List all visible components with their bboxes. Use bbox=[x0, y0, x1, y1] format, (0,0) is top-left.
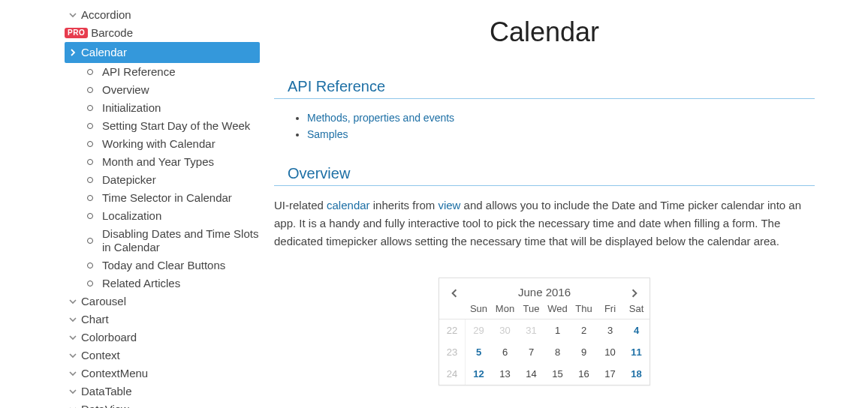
bullet-icon bbox=[87, 69, 93, 75]
section-heading-overview: Overview bbox=[288, 165, 815, 182]
bullet-icon bbox=[87, 159, 93, 165]
overview-text: inherits from bbox=[370, 199, 439, 212]
sidebar-subitem-label: Time Selector in Calendar bbox=[102, 191, 232, 205]
calendar-weekday-header: Fri bbox=[597, 303, 623, 314]
sidebar-subitem[interactable]: Datepicker bbox=[0, 171, 269, 189]
sidebar-subitem[interactable]: Related Articles bbox=[0, 274, 269, 292]
sidebar-subitem-label: Month and Year Types bbox=[102, 155, 214, 169]
bullet-icon bbox=[87, 177, 93, 183]
sidebar-subitem[interactable]: Working with Calendar bbox=[0, 135, 269, 153]
overview-paragraph: UI-related calendar inherits from view a… bbox=[274, 196, 815, 250]
calendar-day-cell[interactable]: 10 bbox=[597, 341, 623, 363]
sidebar-item-label: Barcode bbox=[91, 26, 133, 40]
calendar-weekday-header: Thu bbox=[571, 303, 597, 314]
calendar-day-cell[interactable]: 9 bbox=[571, 341, 597, 363]
calendar-day-cell[interactable]: 15 bbox=[544, 363, 571, 385]
sidebar-item-datatable[interactable]: DataTable bbox=[0, 382, 269, 400]
calendar-prev-icon[interactable] bbox=[450, 288, 459, 297]
calendar-day-cell[interactable]: 31 bbox=[518, 320, 544, 341]
calendar-day-cell[interactable]: 7 bbox=[518, 341, 544, 363]
sidebar-item-accordion[interactable]: Accordion bbox=[0, 6, 269, 24]
sidebar-item-colorboard[interactable]: Colorboard bbox=[0, 328, 269, 346]
chevron-down-icon bbox=[69, 370, 77, 377]
sidebar-item-contextmenu[interactable]: ContextMenu bbox=[0, 364, 269, 382]
chevron-down-icon bbox=[69, 316, 77, 323]
calendar-day-cell[interactable]: 6 bbox=[492, 341, 518, 363]
calendar-day-cell[interactable]: 8 bbox=[544, 341, 571, 363]
sidebar-subitem[interactable]: Localization bbox=[0, 207, 269, 225]
sidebar-subitem-label: Related Articles bbox=[102, 277, 180, 290]
sidebar-subitem-label: Datepicker bbox=[102, 173, 156, 187]
sidebar-subitem[interactable]: Overview bbox=[0, 81, 269, 99]
sidebar-subitem-label: Overview bbox=[102, 83, 149, 97]
calendar-weekday-header: Tue bbox=[518, 303, 544, 314]
sidebar-item-label: Calendar bbox=[81, 46, 127, 59]
section-heading-api: API Reference bbox=[288, 78, 815, 95]
calendar-day-cell[interactable]: 14 bbox=[518, 363, 544, 385]
calendar-weeknum: 23 bbox=[439, 341, 466, 363]
sidebar-item-label: ContextMenu bbox=[81, 367, 148, 380]
chevron-down-icon bbox=[69, 352, 77, 359]
bullet-icon bbox=[87, 262, 93, 268]
calendar-day-cell[interactable]: 5 bbox=[466, 341, 492, 363]
sidebar-item-calendar[interactable]: Calendar bbox=[65, 42, 260, 63]
calendar-weekday-header: Sat bbox=[623, 303, 649, 314]
calendar-day-cell[interactable]: 12 bbox=[466, 363, 492, 385]
sidebar-item-context[interactable]: Context bbox=[0, 346, 269, 364]
calendar-weekday-header: Sun bbox=[466, 303, 492, 314]
calendar-day-cell[interactable]: 30 bbox=[492, 320, 518, 341]
bullet-icon bbox=[87, 123, 93, 129]
overview-link-calendar[interactable]: calendar bbox=[327, 199, 370, 212]
calendar-day-cell[interactable]: 3 bbox=[597, 320, 623, 341]
calendar-weekday-header: Mon bbox=[492, 303, 518, 314]
bullet-icon bbox=[87, 105, 93, 111]
page-title: Calendar bbox=[274, 16, 815, 48]
sidebar-item-chart[interactable]: Chart bbox=[0, 310, 269, 328]
calendar-day-cell[interactable]: 18 bbox=[623, 363, 649, 385]
bullet-icon bbox=[87, 280, 93, 286]
calendar-day-cell[interactable]: 16 bbox=[571, 363, 597, 385]
sidebar-subitem[interactable]: Disabling Dates and Time Slots in Calend… bbox=[0, 225, 269, 256]
api-link-item: Samples bbox=[307, 126, 815, 142]
calendar-day-cell[interactable]: 13 bbox=[492, 363, 518, 385]
api-link[interactable]: Methods, properties and events bbox=[307, 112, 454, 124]
sidebar-subitem[interactable]: Initialization bbox=[0, 99, 269, 117]
chevron-down-icon bbox=[69, 298, 77, 305]
sidebar-item-label: Carousel bbox=[81, 295, 126, 308]
overview-link-view[interactable]: view bbox=[438, 199, 460, 212]
sidebar-subitem[interactable]: Time Selector in Calendar bbox=[0, 189, 269, 207]
sidebar-subitem-label: Localization bbox=[102, 209, 161, 223]
sidebar-item-label: DataView bbox=[81, 403, 129, 408]
sidebar-item-label: Chart bbox=[81, 313, 109, 326]
calendar-title[interactable]: June 2016 bbox=[518, 286, 571, 298]
sidebar-item-barcode[interactable]: PROBarcode bbox=[0, 24, 269, 42]
calendar-next-icon[interactable] bbox=[630, 288, 639, 297]
sidebar-subitem[interactable]: Month and Year Types bbox=[0, 153, 269, 171]
section-divider bbox=[274, 185, 815, 186]
sidebar-subitem-label: Setting Start Day of the Week bbox=[102, 119, 250, 133]
calendar-day-cell[interactable]: 1 bbox=[544, 320, 571, 341]
sidebar-item-dataview[interactable]: DataView bbox=[0, 400, 269, 408]
calendar-day-cell[interactable]: 2 bbox=[571, 320, 597, 341]
api-link[interactable]: Samples bbox=[307, 128, 348, 140]
sidebar-subitem[interactable]: Setting Start Day of the Week bbox=[0, 117, 269, 135]
calendar-day-cell[interactable]: 11 bbox=[623, 341, 649, 363]
calendar-widget: June 2016 .SunMonTueWedThuFriSat 2229303… bbox=[439, 278, 650, 386]
calendar-day-cell[interactable]: 17 bbox=[597, 363, 623, 385]
bullet-icon bbox=[87, 87, 93, 93]
sidebar-item-carousel[interactable]: Carousel bbox=[0, 292, 269, 310]
sidebar: AccordionPROBarcodeCalendarAPI Reference… bbox=[0, 0, 269, 408]
sidebar-item-label: Accordion bbox=[81, 8, 131, 22]
sidebar-subitem[interactable]: Today and Clear Buttons bbox=[0, 256, 269, 274]
section-divider bbox=[274, 98, 815, 99]
calendar-weeknum: 22 bbox=[439, 320, 466, 341]
sidebar-item-label: DataTable bbox=[81, 385, 132, 398]
bullet-icon bbox=[87, 213, 93, 219]
api-link-item: Methods, properties and events bbox=[307, 110, 815, 126]
sidebar-subitem-label: API Reference bbox=[102, 65, 176, 79]
sidebar-subitem-label: Disabling Dates and Time Slots in Calend… bbox=[102, 227, 260, 254]
calendar-day-cell[interactable]: 4 bbox=[623, 320, 649, 341]
calendar-day-cell[interactable]: 29 bbox=[466, 320, 492, 341]
calendar-weekday-header: Wed bbox=[544, 303, 571, 314]
sidebar-subitem[interactable]: API Reference bbox=[0, 63, 269, 81]
